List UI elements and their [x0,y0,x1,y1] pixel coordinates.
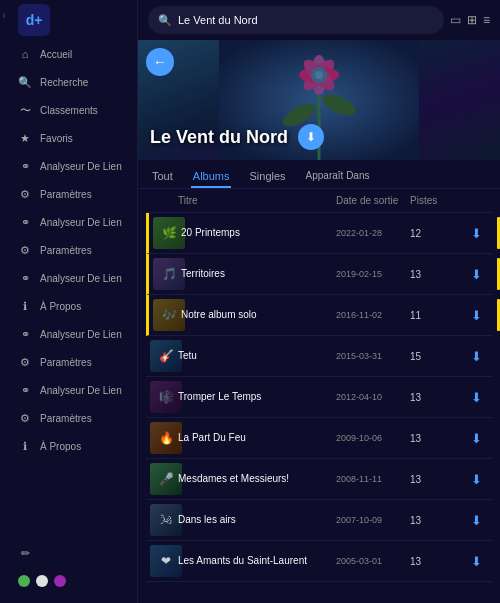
table-row[interactable]: 🎸Tetu2015-03-3115⬇ [146,336,492,377]
back-button[interactable]: ← [146,48,174,76]
album-download-1[interactable]: ⬇ [464,267,488,282]
album-year-4: 2012-04-10 [336,392,406,402]
table-row[interactable]: 🎵Territoires2019-02-1513⬇ [146,254,492,295]
tab-singles[interactable]: Singles [247,166,287,188]
album-tracks-0: 12 [410,228,460,239]
artist-download-button[interactable]: ⬇ [298,124,324,150]
table-row[interactable]: 🌬Dans les airs2007-10-0913⬇ [146,500,492,541]
link-icon: ⚭ [18,271,32,285]
header: 🔍 ▭ ⊞ ≡ [138,0,500,40]
window-icon[interactable]: ▭ [450,13,461,27]
album-tracks-1: 13 [410,269,460,280]
sidebar-item-accueil[interactable]: ⌂ Accueil [8,40,137,68]
table-row[interactable]: 🔥La Part Du Feu2009-10-0613⬇ [146,418,492,459]
album-download-8[interactable]: ⬇ [464,554,488,569]
link-icon: ⚭ [18,327,32,341]
right-panel-indicator: › [0,0,8,603]
header-col-title: Titre [178,195,332,206]
sidebar-item-analyseur4[interactable]: ⚭ Analyseur De Lien [8,320,137,348]
dot-purple[interactable] [54,575,66,587]
home-icon: ⌂ [18,47,32,61]
album-title-6: Mesdames et Messieurs! [178,473,332,485]
album-tracks-7: 13 [410,515,460,526]
sidebar-item-analyseur3[interactable]: ⚭ Analyseur De Lien [8,264,137,292]
link-icon: ⚭ [18,215,32,229]
tab-albums[interactable]: Albums [191,166,232,188]
gear-icon: ⚙ [18,187,32,201]
table-rows: 🌿20 Printemps2022-01-2812⬇🎵Territoires20… [146,213,492,582]
star-icon: ★ [18,131,32,145]
album-year-6: 2008-11-11 [336,474,406,484]
sidebar-item-recherche[interactable]: 🔍 Recherche [8,68,137,96]
sidebar-label-favoris: Favoris [40,133,73,144]
dot-white[interactable] [36,575,48,587]
svg-point-9 [315,71,323,79]
album-title-4: Tromper Le Temps [178,391,332,403]
tab-apparait[interactable]: Apparaît Dans [304,166,372,188]
sidebar-item-analyseur5[interactable]: ⚭ Analyseur De Lien [8,376,137,404]
back-icon: ← [153,54,167,70]
table-row[interactable]: 🎤Mesdames et Messieurs!2008-11-1113⬇ [146,459,492,500]
album-tracks-6: 13 [410,474,460,485]
menu-icon[interactable]: ≡ [483,13,490,27]
sidebar-label-parametres4: Paramètres [40,413,92,424]
album-download-6[interactable]: ⬇ [464,472,488,487]
sidebar-item-apropos1[interactable]: ℹ À Propos [8,292,137,320]
sidebar-item-parametres1[interactable]: ⚙ Paramètres [8,180,137,208]
sidebar-item-analyseur2[interactable]: ⚭ Analyseur De Lien [8,208,137,236]
album-tracks-3: 15 [410,351,460,362]
tab-tout[interactable]: Tout [150,166,175,188]
gear-icon: ⚙ [18,411,32,425]
sidebar-item-parametres4[interactable]: ⚙ Paramètres [8,404,137,432]
album-year-1: 2019-02-15 [336,269,406,279]
header-icons: ▭ ⊞ ≡ [450,13,490,27]
sidebar-item-parametres2[interactable]: ⚙ Paramètres [8,236,137,264]
sidebar-label-accueil: Accueil [40,49,72,60]
sidebar-item-favoris[interactable]: ★ Favoris [8,124,137,152]
sidebar-label-analyseur3: Analyseur De Lien [40,273,122,284]
table-header: Titre Date de sortie Pistes [146,189,492,213]
album-title-7: Dans les airs [178,514,332,526]
sidebar-label-analyseur5: Analyseur De Lien [40,385,122,396]
search-input[interactable] [178,14,434,26]
album-title-5: La Part Du Feu [178,432,332,444]
album-year-8: 2005-03-01 [336,556,406,566]
album-download-5[interactable]: ⬇ [464,431,488,446]
sidebar-item-apropos2[interactable]: ℹ À Propos [8,432,137,460]
album-download-7[interactable]: ⬇ [464,513,488,528]
table-row[interactable]: 🌿20 Printemps2022-01-2812⬇ [146,213,492,254]
header-col-date: Date de sortie [336,195,406,206]
color-dots [8,567,137,595]
album-year-2: 2016-11-02 [336,310,406,320]
table-row[interactable]: 🎼Tromper Le Temps2012-04-1013⬇ [146,377,492,418]
album-download-3[interactable]: ⬇ [464,349,488,364]
album-download-2[interactable]: ⬇ [464,308,488,323]
sidebar-item-analyseur1[interactable]: ⚭ Analyseur De Lien [8,152,137,180]
album-title-3: Tetu [178,350,332,362]
download-icon: ⬇ [306,130,316,144]
sidebar-bottom: ✏ [8,539,137,603]
sidebar-item-parametres3[interactable]: ⚙ Paramètres [8,348,137,376]
album-year-7: 2007-10-09 [336,515,406,525]
app-logo: d+ [18,4,50,36]
edit-item[interactable]: ✏ [8,539,137,567]
table-row[interactable]: 🎶Notre album solo2016-11-0211⬇ [146,295,492,336]
search-icon: 🔍 [18,75,32,89]
main-content: 🔍 ▭ ⊞ ≡ [138,0,500,603]
sidebar-label-parametres3: Paramètres [40,357,92,368]
album-download-0[interactable]: ⬇ [464,226,488,241]
sidebar-item-classements[interactable]: 〜 Classements [8,96,137,124]
album-tracks-8: 13 [410,556,460,567]
gear-icon: ⚙ [18,243,32,257]
album-tracks-5: 13 [410,433,460,444]
album-download-4[interactable]: ⬇ [464,390,488,405]
grid-icon[interactable]: ⊞ [467,13,477,27]
info-icon: ℹ [18,299,32,313]
table-row[interactable]: ❤Les Amants du Saint-Laurent2005-03-0113… [146,541,492,582]
album-title-2: Notre album solo [181,309,332,321]
search-bar[interactable]: 🔍 [148,6,444,34]
artist-hero: ← Le Vent du Nord ⬇ [138,40,500,160]
sidebar-logo: d+ [8,0,137,40]
album-title-8: Les Amants du Saint-Laurent [178,555,332,567]
dot-green[interactable] [18,575,30,587]
